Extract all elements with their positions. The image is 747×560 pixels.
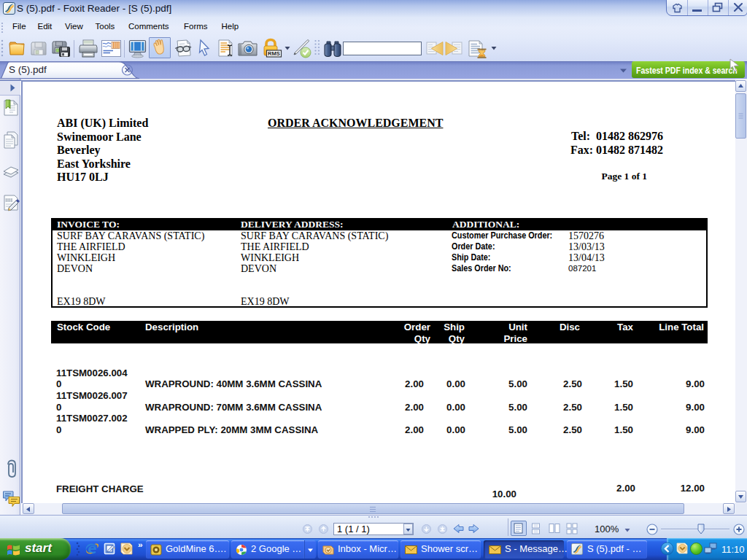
svg-text:RMS: RMS <box>268 50 280 57</box>
